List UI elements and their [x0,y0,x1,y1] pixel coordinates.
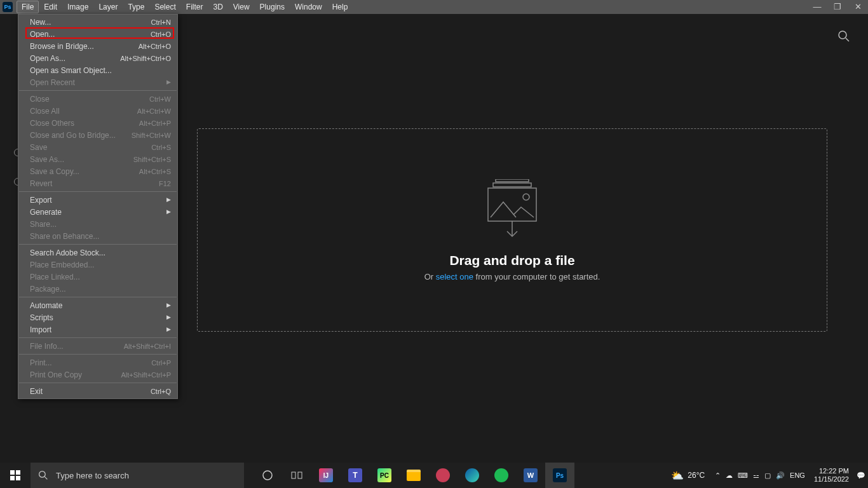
menu-item-close-all: Close AllAlt+Ctrl+W [18,105,177,117]
menu-item-new[interactable]: New...Ctrl+N [18,16,177,28]
menubar-item-filter[interactable]: Filter [181,1,208,13]
svg-point-12 [39,471,46,478]
menu-item-export[interactable]: Export▶ [18,194,177,206]
taskbar-app-intellij[interactable]: IJ [311,463,341,488]
weather-temp: 26°C [688,471,705,480]
taskbar-app-teams[interactable]: T [341,463,370,488]
tray-notifications-icon[interactable]: 💬 [857,471,865,480]
menu-item-save: SaveCtrl+S [18,141,177,153]
drop-area[interactable]: Drag and drop a file Or select one from … [197,128,827,332]
svg-rect-2 [493,183,531,187]
tray-lang[interactable]: ENG [790,471,805,479]
menu-item-search-adobe-stock[interactable]: Search Adobe Stock... [18,247,177,259]
menu-item-place-linked: Place Linked... [18,271,177,283]
search-icon[interactable] [837,30,850,45]
menu-item-open-as[interactable]: Open As...Alt+Shift+Ctrl+O [18,52,177,64]
task-view-icon[interactable] [282,463,311,488]
menu-item-import[interactable]: Import▶ [18,323,177,336]
minimize-button[interactable]: — [807,0,827,14]
menu-item-save-as: Save As...Shift+Ctrl+S [18,153,177,165]
maximize-button[interactable]: ❐ [827,0,848,14]
menu-item-close: CloseCtrl+W [18,93,177,105]
svg-point-6 [523,194,529,200]
menu-item-revert: RevertF12 [18,177,177,189]
search-icon [38,470,48,480]
svg-rect-4 [496,179,529,182]
taskbar-app-photoshop[interactable]: Ps [545,463,574,488]
taskbar-weather[interactable]: ⛅ 26°C [671,470,705,482]
menu-item-save-a-copy: Save a Copy...Alt+Ctrl+S [18,165,177,177]
tray-wifi-icon[interactable]: ⚍ [753,471,759,480]
menubar-item-select[interactable]: Select [149,1,180,13]
taskbar-clock[interactable]: 12:22 PM 11/15/2022 [814,467,849,484]
svg-rect-15 [292,472,295,478]
menu-separator [19,383,177,383]
menu-item-package: Package... [18,283,177,295]
menu-item-exit[interactable]: ExitCtrl+Q [18,385,177,397]
photoshop-logo-icon: Ps [3,2,13,12]
menu-item-scripts[interactable]: Scripts▶ [18,311,177,323]
menubar: FileEditImageLayerTypeSelectFilter3DView… [17,1,353,13]
menubar-item-file[interactable]: File [17,1,39,13]
svg-line-13 [44,477,47,479]
menubar-item-view[interactable]: View [228,1,255,13]
menubar-item-layer[interactable]: Layer [93,1,123,13]
menubar-item-plugins[interactable]: Plugins [255,1,290,13]
tray-keyboard-icon[interactable]: ⌨ [738,471,748,480]
tray-volume-icon[interactable]: 🔊 [776,471,785,480]
tray-battery-icon[interactable]: ▢ [764,471,771,480]
taskbar-app-word[interactable]: W [516,463,545,488]
menu-item-close-others: Close OthersAlt+Ctrl+P [18,117,177,129]
svg-line-1 [846,38,849,41]
svg-point-14 [263,471,272,480]
menu-item-print: Print...Ctrl+P [18,356,177,369]
select-one-link[interactable]: select one [436,272,473,281]
menubar-item-edit[interactable]: Edit [39,1,62,13]
menu-separator [19,337,177,338]
svg-rect-9 [16,470,20,475]
titlebar: Ps FileEditImageLayerTypeSelectFilter3DV… [0,0,868,14]
taskbar-app-snip[interactable] [428,463,458,488]
menu-item-place-embedded: Place Embedded... [18,259,177,271]
search-placeholder: Type here to search [56,471,129,480]
window-controls: — ❐ ✕ [807,0,868,14]
menu-item-print-one-copy: Print One CopyAlt+Shift+Ctrl+P [18,369,177,381]
menu-separator [19,354,177,355]
svg-rect-11 [16,476,20,480]
svg-rect-10 [10,476,15,480]
menubar-item-3d[interactable]: 3D [208,1,227,13]
menubar-item-window[interactable]: Window [290,1,327,13]
image-drop-icon [482,179,543,240]
menu-separator [19,244,177,245]
menu-item-automate[interactable]: Automate▶ [18,299,177,311]
taskbar-app-pycharm[interactable]: PC [370,463,399,488]
svg-rect-8 [10,470,15,475]
menu-item-share: Share... [18,218,177,230]
menu-item-browse-in-bridge[interactable]: Browse in Bridge...Alt+Ctrl+O [18,40,177,52]
tray-chevron-up-icon[interactable]: ⌃ [715,471,721,480]
close-button[interactable]: ✕ [848,0,868,14]
svg-rect-16 [298,472,302,478]
menu-item-generate[interactable]: Generate▶ [18,206,177,218]
menu-item-open-as-smart-object[interactable]: Open as Smart Object... [18,64,177,76]
menubar-item-help[interactable]: Help [327,1,353,13]
start-button[interactable] [0,463,31,488]
menu-item-open[interactable]: Open...Ctrl+O [18,28,177,40]
menubar-item-type[interactable]: Type [123,1,149,13]
menu-separator [19,90,177,91]
taskbar-search[interactable]: Type here to search [31,463,244,488]
menu-separator [19,297,177,297]
menu-item-share-on-behance: Share on Behance... [18,230,177,242]
menu-separator [19,191,177,192]
tray-onedrive-icon[interactable]: ☁ [726,471,733,480]
menubar-item-image[interactable]: Image [62,1,93,13]
svg-rect-5 [488,188,536,221]
taskbar-app-spotify[interactable] [487,463,516,488]
taskbar: Type here to search IJ T PC W Ps ⛅ 26°C … [0,463,868,488]
taskbar-app-edge[interactable] [458,463,487,488]
taskbar-app-explorer[interactable] [399,463,428,488]
file-menu-dropdown[interactable]: New...Ctrl+NOpen...Ctrl+OBrowse in Bridg… [18,14,178,399]
menu-item-open-recent: Open Recent▶ [18,76,177,88]
cortana-icon[interactable] [253,463,282,488]
svg-point-0 [839,31,846,39]
